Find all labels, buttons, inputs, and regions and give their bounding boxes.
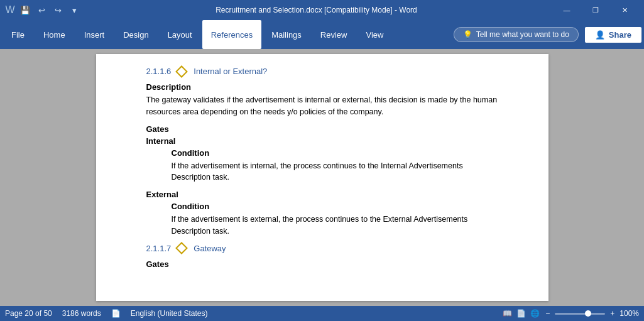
document-page: 2.1.1.6 Internal or External? Descriptio…: [96, 54, 548, 301]
tab-view[interactable]: View: [357, 20, 392, 49]
web-view-icon[interactable]: 🌐: [529, 308, 540, 319]
internal-condition-heading: Condition: [172, 148, 498, 158]
description-text: The gateway validates if the advertiseme…: [146, 94, 498, 118]
language: English (United States): [131, 309, 208, 318]
read-view-icon[interactable]: 📖: [501, 308, 513, 319]
title-bar: W 💾 ↩ ↪ ▾ Recruitment and Selection.docx…: [0, 0, 644, 20]
tab-review[interactable]: Review: [312, 20, 356, 49]
external-condition-text: If the advertisement is external, the pr…: [172, 214, 498, 237]
section-2116-number: 2.1.1.6: [146, 67, 172, 76]
tell-me-input[interactable]: 💡 Tell me what you want to do: [454, 27, 579, 42]
section-2117-title: Gateway: [194, 244, 226, 253]
page-info: Page 20 of 50: [5, 309, 52, 318]
lightbulb-icon: 💡: [463, 30, 472, 39]
title-bar-left-controls: W 💾 ↩ ↪ ▾: [5, 4, 80, 16]
redo-button[interactable]: ↪: [52, 4, 64, 16]
gateway-diamond-icon-2: [175, 242, 188, 254]
tab-mailings[interactable]: Mailings: [263, 20, 310, 49]
zoom-plus-button[interactable]: +: [610, 309, 614, 318]
section-2117-number: 2.1.1.7: [146, 244, 172, 253]
save-button[interactable]: 💾: [19, 4, 31, 16]
read-mode-icon[interactable]: 📄: [111, 309, 121, 318]
external-condition-heading: Condition: [172, 202, 498, 211]
external-condition: Condition If the advertisement is extern…: [172, 202, 498, 237]
restore-button[interactable]: ❐: [581, 0, 610, 20]
zoom-slider-thumb: [585, 310, 591, 317]
gateway-diamond-icon: [175, 65, 188, 78]
undo-button[interactable]: ↩: [35, 4, 48, 16]
section-2116-header: 2.1.1.6 Internal or External?: [146, 67, 498, 76]
minimize-button[interactable]: —: [552, 0, 581, 20]
tell-me-text: Tell me what you want to do: [476, 30, 569, 39]
tab-insert[interactable]: Insert: [75, 20, 114, 49]
zoom-slider-track[interactable]: [555, 313, 605, 315]
customize-button[interactable]: ▾: [68, 4, 80, 16]
internal-heading: Internal: [146, 136, 498, 146]
status-right: 📖 📄 🌐 − + 100%: [501, 308, 639, 319]
print-view-icon[interactable]: 📄: [515, 308, 527, 319]
window-controls: — ❐ ✕: [552, 0, 639, 20]
internal-condition: Condition If the advertisement is intern…: [172, 148, 498, 184]
tab-file[interactable]: File: [3, 20, 33, 49]
word-icon: W: [5, 5, 15, 15]
close-button[interactable]: ✕: [610, 0, 639, 20]
status-bar: Page 20 of 50 3186 words 📄 English (Unit…: [0, 306, 644, 321]
word-count: 3186 words: [62, 309, 101, 318]
document-area: 2.1.1.6 Internal or External? Descriptio…: [0, 49, 644, 306]
description-heading: Description: [146, 82, 498, 92]
share-button[interactable]: 👤 Share: [585, 27, 641, 43]
gates-heading: Gates: [146, 124, 498, 134]
document-title: Recruitment and Selection.docx [Compatib…: [80, 6, 552, 14]
tab-home[interactable]: Home: [35, 20, 74, 49]
internal-condition-text: If the advertisement is internal, the pr…: [172, 160, 498, 184]
view-icons: 📖 📄 🌐: [501, 308, 540, 319]
person-icon: 👤: [595, 30, 605, 40]
tab-references[interactable]: References: [202, 20, 261, 49]
gates-heading-2117: Gates: [146, 259, 498, 269]
zoom-minus-button[interactable]: −: [545, 309, 550, 318]
tab-design[interactable]: Design: [114, 20, 157, 49]
share-label: Share: [609, 30, 631, 40]
section-2116-title: Internal or External?: [194, 67, 267, 76]
section-2117-header: 2.1.1.7 Gateway: [146, 244, 498, 253]
tab-layout[interactable]: Layout: [159, 20, 201, 49]
zoom-percent: 100%: [619, 309, 639, 318]
external-heading: External: [146, 190, 498, 199]
ribbon: File Home Insert Design Layout Reference…: [0, 20, 644, 49]
